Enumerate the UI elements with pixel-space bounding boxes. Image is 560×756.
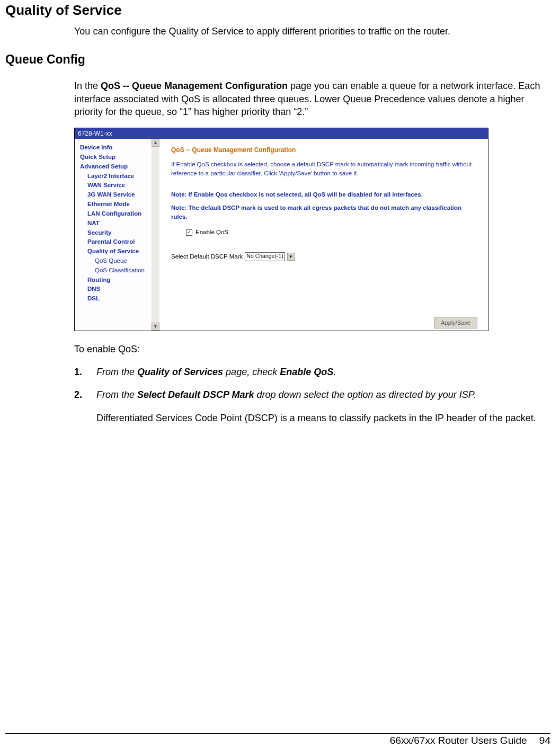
dscp-label: Select Default DSCP Mark — [171, 252, 243, 261]
nav-subitem[interactable]: Security — [80, 228, 157, 238]
scroll-down-icon[interactable]: ▼ — [152, 323, 159, 331]
enable-qos-checkbox[interactable]: ✓ — [186, 229, 192, 236]
dscp-select-value: No Change(-1) — [246, 252, 283, 261]
text-bold: Quality of Services — [137, 367, 223, 377]
page-title: Quality of Service — [5, 2, 555, 19]
nav-item[interactable]: Advanced Setup — [80, 162, 157, 172]
nav-subitem[interactable]: Quality of Service — [80, 247, 157, 256]
router-screenshot: 6728-W1-xx Device Info Quick Setup Advan… — [74, 128, 488, 331]
text-bold: Enable QoS — [280, 367, 333, 377]
nav-subsubitem[interactable]: QoS Classification — [80, 266, 157, 275]
nav-item[interactable]: Quick Setup — [80, 153, 157, 162]
nav-subitem[interactable]: Parental Control — [80, 237, 157, 247]
nav-subitem[interactable]: Ethernet Mode — [80, 200, 157, 209]
nav-subitem[interactable]: Layer2 Interface — [80, 172, 157, 181]
to-enable-label: To enable QoS: — [74, 344, 549, 355]
text: . — [333, 367, 336, 377]
page-footer: 66xx/67xx Router Users Guide 94 — [5, 733, 550, 746]
dscp-select[interactable]: No Change(-1) — [245, 252, 285, 261]
nav-item[interactable]: Device Info — [80, 143, 157, 153]
note-text: Note: The default DSCP mark is used to m… — [171, 203, 478, 222]
apply-save-button[interactable]: Apply/Save — [434, 317, 477, 329]
nav-tree: Device Info Quick Setup Advanced Setup L… — [75, 139, 159, 331]
step-2-note: Differentiated Services Code Point (DSCP… — [96, 412, 549, 424]
intro-paragraph: You can configure the Quality of Service… — [74, 25, 549, 38]
step-1: 1. From the Quality of Services page, ch… — [74, 366, 549, 379]
nav-subsubitem[interactable]: QoS Queue — [80, 256, 157, 266]
text-bold: Select Default DSCP Mark — [137, 389, 254, 400]
screenshot-titlebar: 6728-W1-xx — [75, 128, 488, 139]
footer-guide-title: 66xx/67xx Router Users Guide — [390, 735, 527, 746]
text: From the — [96, 367, 137, 377]
footer-page-number: 94 — [539, 735, 550, 746]
text: page, check — [223, 367, 280, 377]
nav-subitem[interactable]: LAN Configuration — [80, 209, 157, 219]
panel-description: If Enable QoS checkbox is selected, choo… — [171, 160, 478, 179]
section-heading: Queue Config — [5, 52, 555, 67]
panel-title: QoS -- Queue Management Configuration — [171, 145, 478, 155]
nav-subitem[interactable]: Routing — [80, 275, 157, 285]
nav-subitem[interactable]: WAN Service — [80, 181, 157, 190]
screenshot-main: QoS -- Queue Management Configuration If… — [159, 139, 488, 331]
nav-subitem[interactable]: DNS — [80, 284, 157, 294]
nav-scrollbar[interactable]: ▲ ▼ — [152, 139, 159, 331]
nav-subitem[interactable]: DSL — [80, 294, 157, 304]
text: In the — [74, 81, 101, 91]
step-number: 2. — [74, 388, 96, 402]
step-2: 2. From the Select Default DSCP Mark dro… — [74, 388, 549, 402]
nav-subitem[interactable]: 3G WAN Service — [80, 190, 157, 200]
enable-qos-label: Enable QoS — [195, 228, 228, 237]
chevron-down-icon[interactable]: ▼ — [287, 253, 295, 261]
queue-config-paragraph: In the QoS -- Queue Management Configura… — [74, 79, 549, 118]
nav-subitem[interactable]: NAT — [80, 219, 157, 228]
step-number: 1. — [74, 366, 96, 379]
text: drop down select the option as directed … — [254, 389, 476, 400]
text: From the — [96, 389, 137, 400]
scroll-up-icon[interactable]: ▲ — [152, 139, 159, 147]
text-bold: QoS -- Queue Management Configuration — [101, 81, 288, 91]
note-text: Note: If Enable Qos checkbox is not sele… — [171, 190, 478, 199]
